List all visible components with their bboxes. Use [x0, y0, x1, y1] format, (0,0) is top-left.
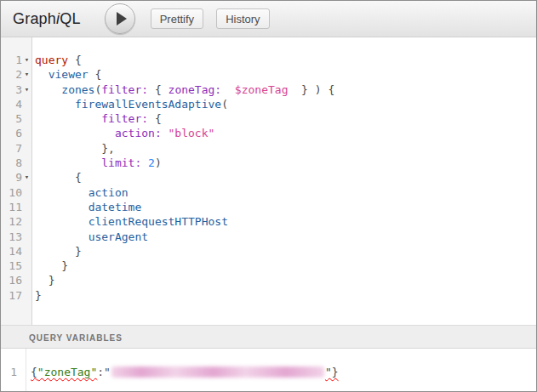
gutter-row: 15: [1, 258, 31, 273]
gutter-row: 13: [1, 230, 31, 244]
line-number: 1: [1, 53, 22, 67]
code-area[interactable]: query { viewer { zones(filter: { zoneTag…: [32, 37, 536, 325]
code-line: {: [35, 170, 536, 185]
token: [35, 127, 115, 139]
token: datetime: [89, 201, 142, 213]
token: viewer: [49, 68, 89, 81]
fold-arrow-icon[interactable]: ▾: [22, 170, 31, 185]
token: clientRequestHTTPHost: [89, 215, 228, 228]
token: [35, 230, 89, 243]
token: {: [148, 83, 168, 96]
play-icon: [117, 12, 127, 26]
variables-line-numbers-gutter: 1: [1, 349, 26, 391]
code-line: clientRequestHTTPHost: [35, 214, 536, 229]
code-line: }: [35, 288, 536, 303]
token: zoneTag:: [169, 83, 222, 96]
line-number: 15: [1, 258, 22, 273]
token: :: [97, 366, 104, 378]
variables-editor: 1 {"zoneTag":""}: [1, 349, 536, 391]
token: limit:: [101, 156, 141, 169]
token: "zoneTag": [37, 366, 97, 378]
gutter-row: 1▾: [1, 53, 31, 67]
token: [35, 112, 101, 125]
fold-spacer: [22, 97, 31, 111]
token: [35, 68, 49, 81]
line-number: 11: [1, 200, 22, 214]
fold-spacer: [22, 111, 31, 126]
token: {: [68, 54, 82, 66]
code-line: viewer {: [35, 67, 536, 82]
token: [35, 215, 89, 228]
token: {: [89, 68, 102, 81]
token: filter:: [101, 112, 148, 125]
gutter-row: 14: [1, 244, 31, 258]
token: [35, 201, 89, 213]
code-line: }: [35, 244, 536, 258]
token: "block": [169, 127, 215, 139]
token: [35, 98, 75, 111]
token: }: [35, 289, 42, 302]
query-variables-title[interactable]: QUERY VARIABLES: [1, 325, 536, 349]
fold-spacer: [22, 126, 31, 140]
token: {: [35, 171, 82, 184]
line-number: 14: [1, 244, 22, 258]
line-number: 13: [1, 230, 22, 244]
fold-spacer: [22, 230, 31, 244]
gutter-row: 11: [1, 200, 31, 214]
line-number: 3: [1, 82, 22, 97]
gutter-row: 8: [1, 156, 31, 170]
token: action: [89, 186, 129, 199]
fold-spacer: [22, 258, 31, 273]
code-line: userAgent: [35, 230, 536, 244]
code-line: zones(filter: { zoneTag: $zoneTag } ) {: [35, 82, 536, 97]
fold-spacer: [22, 200, 31, 214]
token: (: [221, 98, 228, 111]
token: }: [35, 259, 68, 272]
line-number: 9: [1, 170, 22, 185]
code-line: action: [35, 185, 536, 200]
line-number: 5: [1, 111, 22, 126]
logo-text: Graph: [13, 10, 56, 27]
token: $zoneTag: [235, 83, 288, 96]
code-line: firewallEventsAdaptive(: [35, 97, 536, 111]
token: {: [31, 366, 37, 378]
history-button[interactable]: History: [216, 9, 269, 29]
code-line: }: [35, 258, 536, 273]
fold-arrow-icon[interactable]: ▾: [22, 82, 31, 97]
token: [35, 156, 101, 169]
fold-spacer: [22, 185, 31, 200]
code-line: action: "block": [35, 126, 536, 140]
line-number: 12: [1, 214, 22, 229]
token: [141, 156, 148, 169]
gutter-row: 2▾: [1, 67, 31, 82]
code-line: },: [35, 141, 536, 156]
variables-code-area[interactable]: {"zoneTag":""}: [26, 349, 536, 391]
token: query: [35, 54, 68, 66]
line-number: 6: [1, 126, 22, 140]
fold-arrow-icon[interactable]: ▾: [22, 67, 31, 82]
token: [162, 127, 169, 139]
line-number: 1: [10, 366, 17, 378]
gutter-row: 17: [1, 288, 31, 303]
graphiql-logo: GraphiQL: [13, 10, 81, 28]
prettify-button[interactable]: Prettify: [151, 9, 203, 29]
execute-query-button[interactable]: [105, 3, 135, 34]
token: [35, 83, 61, 96]
token: ): [155, 156, 162, 169]
graphiql-window: GraphiQL Prettify History 1▾2▾3▾456789▾1…: [0, 0, 537, 392]
gutter-row: 4: [1, 97, 31, 111]
gutter-row: 9▾: [1, 170, 31, 185]
token: zones: [61, 83, 94, 96]
token: firewallEventsAdaptive: [75, 98, 221, 111]
line-number: 8: [1, 156, 22, 170]
token: "}: [325, 366, 339, 378]
fold-spacer: [22, 141, 31, 156]
token: }: [35, 245, 82, 258]
fold-spacer: [22, 288, 31, 303]
gutter-row: 3▾: [1, 82, 31, 97]
code-line: datetime: [35, 200, 536, 214]
gutter-row: 6: [1, 126, 31, 140]
token: 2: [148, 156, 155, 169]
toolbar: GraphiQL Prettify History: [1, 1, 536, 37]
fold-arrow-icon[interactable]: ▾: [22, 53, 31, 67]
